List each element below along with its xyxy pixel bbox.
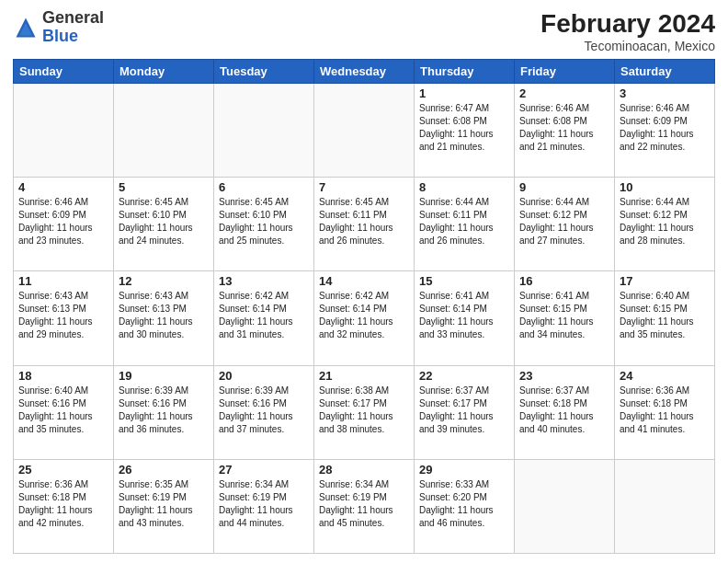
calendar-table: SundayMondayTuesdayWednesdayThursdayFrid… xyxy=(13,59,715,554)
day-number: 12 xyxy=(119,274,209,288)
week-row-1: 4Sunrise: 6:46 AMSunset: 6:09 PMDaylight… xyxy=(14,178,715,271)
day-info: Sunrise: 6:34 AMSunset: 6:19 PMDaylight:… xyxy=(219,478,309,530)
day-info: Sunrise: 6:35 AMSunset: 6:19 PMDaylight:… xyxy=(119,478,209,530)
day-cell: 9Sunrise: 6:44 AMSunset: 6:12 PMDaylight… xyxy=(515,178,615,271)
day-info: Sunrise: 6:43 AMSunset: 6:13 PMDaylight:… xyxy=(18,290,108,341)
day-info: Sunrise: 6:36 AMSunset: 6:18 PMDaylight:… xyxy=(620,385,710,436)
page: General Blue February 2024 Tecominoacan,… xyxy=(0,0,728,563)
col-header-saturday: Saturday xyxy=(615,60,715,84)
day-cell: 13Sunrise: 6:42 AMSunset: 6:14 PMDayligh… xyxy=(214,271,314,365)
week-row-3: 18Sunrise: 6:40 AMSunset: 6:16 PMDayligh… xyxy=(14,365,715,459)
day-info: Sunrise: 6:47 AMSunset: 6:08 PMDaylight:… xyxy=(419,102,509,154)
day-number: 5 xyxy=(119,180,209,194)
day-cell: 25Sunrise: 6:36 AMSunset: 6:18 PMDayligh… xyxy=(14,459,114,553)
day-cell: 22Sunrise: 6:37 AMSunset: 6:17 PMDayligh… xyxy=(415,365,515,459)
day-info: Sunrise: 6:37 AMSunset: 6:18 PMDaylight:… xyxy=(519,385,609,436)
day-cell: 11Sunrise: 6:43 AMSunset: 6:13 PMDayligh… xyxy=(14,271,114,365)
day-cell xyxy=(14,84,114,178)
day-cell xyxy=(515,459,615,553)
day-number: 1 xyxy=(419,86,509,100)
day-number: 27 xyxy=(219,463,309,477)
day-info: Sunrise: 6:41 AMSunset: 6:14 PMDaylight:… xyxy=(419,290,509,341)
day-cell: 16Sunrise: 6:41 AMSunset: 6:15 PMDayligh… xyxy=(515,271,615,365)
day-cell: 3Sunrise: 6:46 AMSunset: 6:09 PMDaylight… xyxy=(615,84,715,178)
day-info: Sunrise: 6:41 AMSunset: 6:15 PMDaylight:… xyxy=(519,290,609,341)
col-header-thursday: Thursday xyxy=(415,60,515,84)
day-number: 14 xyxy=(319,274,409,288)
day-cell: 10Sunrise: 6:44 AMSunset: 6:12 PMDayligh… xyxy=(615,178,715,271)
day-number: 2 xyxy=(519,86,609,100)
day-info: Sunrise: 6:39 AMSunset: 6:16 PMDaylight:… xyxy=(119,385,209,436)
day-number: 6 xyxy=(219,180,309,194)
day-number: 13 xyxy=(219,274,309,288)
week-row-0: 1Sunrise: 6:47 AMSunset: 6:08 PMDaylight… xyxy=(14,84,715,178)
day-cell: 2Sunrise: 6:46 AMSunset: 6:08 PMDaylight… xyxy=(515,84,615,178)
day-info: Sunrise: 6:44 AMSunset: 6:11 PMDaylight:… xyxy=(419,196,509,247)
week-row-2: 11Sunrise: 6:43 AMSunset: 6:13 PMDayligh… xyxy=(14,271,715,365)
day-info: Sunrise: 6:42 AMSunset: 6:14 PMDaylight:… xyxy=(319,290,409,341)
day-number: 19 xyxy=(119,369,209,383)
day-cell: 18Sunrise: 6:40 AMSunset: 6:16 PMDayligh… xyxy=(14,365,114,459)
day-info: Sunrise: 6:46 AMSunset: 6:08 PMDaylight:… xyxy=(519,102,609,154)
day-info: Sunrise: 6:42 AMSunset: 6:14 PMDaylight:… xyxy=(219,290,309,341)
day-cell xyxy=(615,459,715,553)
logo-text: General Blue xyxy=(42,9,104,46)
day-info: Sunrise: 6:34 AMSunset: 6:19 PMDaylight:… xyxy=(319,478,409,530)
day-cell xyxy=(114,84,214,178)
logo-general-text: General xyxy=(42,8,104,27)
day-info: Sunrise: 6:39 AMSunset: 6:16 PMDaylight:… xyxy=(219,385,309,436)
day-info: Sunrise: 6:43 AMSunset: 6:13 PMDaylight:… xyxy=(119,290,209,341)
day-number: 24 xyxy=(620,369,710,383)
week-row-4: 25Sunrise: 6:36 AMSunset: 6:18 PMDayligh… xyxy=(14,459,715,553)
day-cell: 7Sunrise: 6:45 AMSunset: 6:11 PMDaylight… xyxy=(314,178,415,271)
day-number: 18 xyxy=(18,369,108,383)
day-info: Sunrise: 6:40 AMSunset: 6:16 PMDaylight:… xyxy=(18,385,108,436)
day-number: 21 xyxy=(319,369,409,383)
day-cell: 14Sunrise: 6:42 AMSunset: 6:14 PMDayligh… xyxy=(314,271,415,365)
day-number: 23 xyxy=(519,369,609,383)
day-number: 26 xyxy=(119,463,209,477)
day-number: 9 xyxy=(519,180,609,194)
day-info: Sunrise: 6:40 AMSunset: 6:15 PMDaylight:… xyxy=(620,290,710,341)
day-cell: 24Sunrise: 6:36 AMSunset: 6:18 PMDayligh… xyxy=(615,365,715,459)
day-number: 20 xyxy=(219,369,309,383)
col-header-friday: Friday xyxy=(515,60,615,84)
day-number: 8 xyxy=(419,180,509,194)
day-cell: 6Sunrise: 6:45 AMSunset: 6:10 PMDaylight… xyxy=(214,178,314,271)
day-number: 17 xyxy=(620,274,710,288)
day-number: 29 xyxy=(419,463,509,477)
day-cell: 20Sunrise: 6:39 AMSunset: 6:16 PMDayligh… xyxy=(214,365,314,459)
day-number: 25 xyxy=(18,463,108,477)
calendar-header-row: SundayMondayTuesdayWednesdayThursdayFrid… xyxy=(14,60,715,84)
day-cell: 12Sunrise: 6:43 AMSunset: 6:13 PMDayligh… xyxy=(114,271,214,365)
logo: General Blue xyxy=(13,9,104,46)
day-number: 7 xyxy=(319,180,409,194)
day-info: Sunrise: 6:44 AMSunset: 6:12 PMDaylight:… xyxy=(620,196,710,247)
col-header-tuesday: Tuesday xyxy=(214,60,314,84)
day-number: 28 xyxy=(319,463,409,477)
day-info: Sunrise: 6:36 AMSunset: 6:18 PMDaylight:… xyxy=(18,478,108,530)
day-number: 11 xyxy=(18,274,108,288)
calendar-title: February 2024 xyxy=(540,9,715,39)
col-header-wednesday: Wednesday xyxy=(314,60,415,84)
day-cell: 17Sunrise: 6:40 AMSunset: 6:15 PMDayligh… xyxy=(615,271,715,365)
day-number: 15 xyxy=(419,274,509,288)
day-info: Sunrise: 6:44 AMSunset: 6:12 PMDaylight:… xyxy=(519,196,609,247)
day-cell: 27Sunrise: 6:34 AMSunset: 6:19 PMDayligh… xyxy=(214,459,314,553)
day-cell: 4Sunrise: 6:46 AMSunset: 6:09 PMDaylight… xyxy=(14,178,114,271)
day-cell: 5Sunrise: 6:45 AMSunset: 6:10 PMDaylight… xyxy=(114,178,214,271)
day-cell: 8Sunrise: 6:44 AMSunset: 6:11 PMDaylight… xyxy=(415,178,515,271)
day-number: 16 xyxy=(519,274,609,288)
day-cell: 29Sunrise: 6:33 AMSunset: 6:20 PMDayligh… xyxy=(415,459,515,553)
day-info: Sunrise: 6:33 AMSunset: 6:20 PMDaylight:… xyxy=(419,478,509,530)
day-cell: 28Sunrise: 6:34 AMSunset: 6:19 PMDayligh… xyxy=(314,459,415,553)
logo-blue-text: Blue xyxy=(42,27,78,45)
day-cell: 15Sunrise: 6:41 AMSunset: 6:14 PMDayligh… xyxy=(415,271,515,365)
header: General Blue February 2024 Tecominoacan,… xyxy=(13,9,715,53)
day-number: 22 xyxy=(419,369,509,383)
day-info: Sunrise: 6:45 AMSunset: 6:10 PMDaylight:… xyxy=(119,196,209,247)
day-number: 10 xyxy=(620,180,710,194)
logo-icon xyxy=(13,15,39,40)
day-info: Sunrise: 6:46 AMSunset: 6:09 PMDaylight:… xyxy=(620,102,710,154)
col-header-sunday: Sunday xyxy=(14,60,114,84)
